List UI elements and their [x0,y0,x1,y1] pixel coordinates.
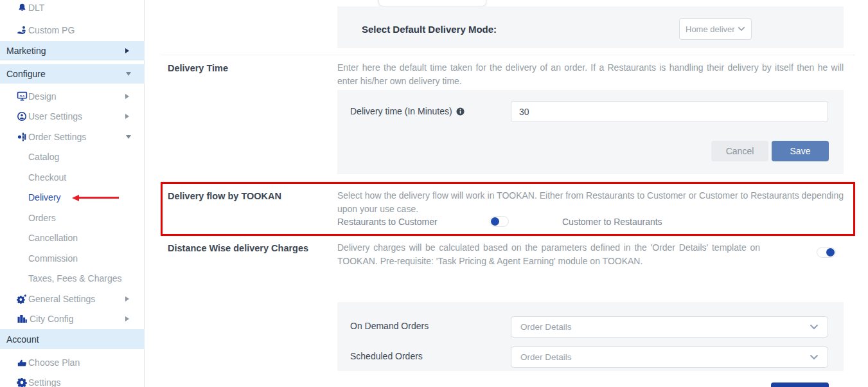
info-icon[interactable] [456,107,465,116]
sidebar-item-checkout[interactable]: Checkout [0,168,145,187]
sidebar-item-user-settings[interactable]: User Settings [0,107,145,126]
sidebar-item-label: Orders [28,213,56,223]
sidebar: DLT Custom PG Marketing Configure Design [0,0,145,387]
on-demand-orders-label: On Demand Orders [350,321,429,331]
sidebar-item-label: Checkout [28,172,66,183]
delivery-time-field-label-text: Delivery time (In Minutes) [350,106,452,116]
toggle-knob [826,248,835,256]
page-root: DLT Custom PG Marketing Configure Design [0,0,868,387]
distance-charges-title: Distance Wise delivery Charges [168,243,308,253]
default-delivery-mode-dropdown[interactable]: Home deliver [679,18,752,40]
sidebar-section-label: Configure [6,69,46,79]
chevron-right-icon [125,316,129,321]
sidebar-section-account[interactable]: Account [0,329,145,349]
sidebar-item-city-config[interactable]: City Config [0,309,145,328]
sidebar-section-label: Account [6,334,39,345]
sidebar-section-configure[interactable]: Configure [0,64,145,84]
chevron-right-icon [125,94,129,99]
delivery-time-description: Enter here the default time taken for th… [337,61,844,88]
sidebar-item-label: User Settings [28,111,82,122]
sidebar-item-taxes-fees-charges[interactable]: Taxes, Fees & Charges [0,269,145,288]
bell-icon [16,2,28,14]
delivery-flow-toggle[interactable] [490,216,509,227]
chevron-right-icon [125,296,129,302]
custom-pg-icon [16,24,28,36]
toggle-knob [491,217,499,226]
sidebar-item-label: City Config [30,314,73,324]
on-demand-orders-value: Order Details [520,322,810,332]
sidebar-item-commission[interactable]: Commission [0,249,145,268]
order-settings-icon [16,131,28,143]
sidebar-item-choose-plan[interactable]: Choose Plan [0,353,145,372]
sidebar-item-settings[interactable]: Settings [0,373,145,387]
chevron-down-icon [126,135,131,139]
red-arrow-annotation [72,194,119,201]
sidebar-item-label: Catalog [28,152,59,162]
section-divider [161,55,855,55]
sidebar-section-marketing[interactable]: Marketing [0,41,145,60]
sidebar-item-label: DLT [28,3,44,13]
red-arrow-line [79,197,119,199]
sidebar-item-label: Commission [28,253,78,264]
red-arrow-head [72,195,79,201]
scheduled-orders-label: Scheduled Orders [350,351,423,361]
sidebar-item-custom-pg[interactable]: Custom PG [0,21,145,40]
sidebar-item-design[interactable]: Design [0,87,145,106]
chevron-down-icon [738,26,745,32]
delivery-flow-title: Delivery flow by TOOKAN [168,191,281,201]
sidebar-item-catalog[interactable]: Catalog [0,147,145,166]
distance-charges-description: Delivery charges will be calculated base… [337,241,760,268]
sidebar-item-label: Order Settings [28,132,86,142]
sidebar-item-label: Design [28,91,57,102]
bottom-save-button[interactable] [771,382,829,387]
choose-plan-icon [16,357,28,368]
flow-right-option-label: Customer to Restaurants [562,217,662,227]
cancel-button[interactable]: Cancel [711,141,768,161]
chevron-right-icon [125,48,129,53]
on-demand-orders-dropdown[interactable]: Order Details [511,316,828,338]
default-delivery-mode-label: Select Default Delivery Mode: [362,24,497,35]
sidebar-item-general-settings[interactable]: General Settings [0,289,145,309]
sidebar-item-label: Delivery [28,192,61,203]
sidebar-item-orders[interactable]: Orders [0,208,145,228]
sidebar-item-label: Taxes, Fees & Charges [28,273,122,284]
sidebar-item-label: General Settings [28,294,95,304]
chevron-right-icon [125,114,129,119]
default-delivery-mode-panel: Select Default Delivery Mode: Home deliv… [337,6,844,48]
sidebar-item-label: Cancellation [28,233,78,243]
scheduled-orders-dropdown[interactable]: Order Details [511,346,828,368]
delivery-time-input[interactable] [511,101,828,122]
design-icon [16,91,28,102]
sidebar-section-label: Marketing [6,46,46,56]
delivery-time-title: Delivery Time [168,63,228,73]
chevron-down-icon [810,324,819,330]
main-content: Select Default Delivery Mode: Home deliv… [145,0,868,387]
scheduled-orders-value: Order Details [520,352,810,362]
settings-icon [16,377,28,387]
delivery-time-field-label: Delivery time (In Minutes) [350,106,465,116]
sidebar-item-order-settings[interactable]: Order Settings [0,127,145,147]
sidebar-item-label: Choose Plan [28,357,80,368]
distance-charges-toggle[interactable] [817,247,836,258]
chevron-down-icon [810,354,819,360]
chevron-down-icon [126,72,131,76]
sidebar-item-cancellation[interactable]: Cancellation [0,228,145,248]
default-delivery-mode-value: Home deliver [686,24,738,34]
cutoff-popup-remnant [378,0,486,6]
sidebar-item-label: Custom PG [28,25,75,35]
user-settings-icon [16,111,28,122]
flow-left-option-label: Restaurants to Customer [337,217,438,227]
general-settings-icon [16,293,28,305]
save-button[interactable]: Save [772,141,829,161]
delivery-flow-description: Select how the delivery flow will work i… [337,189,844,216]
sidebar-item-dlt[interactable]: DLT [0,0,145,17]
sidebar-item-label: Settings [28,377,61,387]
city-config-icon [16,313,28,325]
